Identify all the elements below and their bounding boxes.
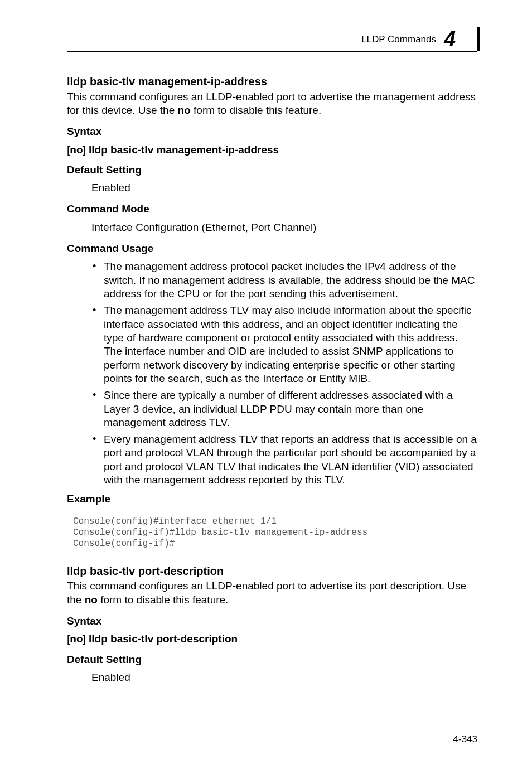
chapter-bar xyxy=(477,27,480,51)
syntax-bracket-close: ] xyxy=(83,633,89,645)
cmd1-example-label: Example xyxy=(67,492,477,506)
list-item: The management address protocol packet i… xyxy=(91,260,477,301)
cmd2-default-value: Enabled xyxy=(91,671,477,684)
syntax-cmd: lldp basic-tlv port-description xyxy=(89,633,238,645)
header-section-title: LLDP Commands xyxy=(361,34,436,45)
cmd1-mode-label: Command Mode xyxy=(67,202,477,216)
header-underline xyxy=(67,51,477,52)
cmd2-desc-post: form to disable this feature. xyxy=(98,594,228,606)
page-number: 4-343 xyxy=(453,734,477,745)
cmd2-description: This command configures an LLDP-enabled … xyxy=(67,579,477,607)
syntax-bracket-close: ] xyxy=(83,144,89,156)
list-item: Since there are typically a number of di… xyxy=(91,389,477,429)
syntax-no: no xyxy=(70,633,83,645)
cmd2-desc-bold: no xyxy=(85,594,98,606)
cmd1-desc-bold: no xyxy=(178,104,191,116)
cmd1-title: lldp basic-tlv management-ip-address xyxy=(67,75,477,89)
cmd1-usage-label: Command Usage xyxy=(67,242,477,255)
cmd1-syntax-label: Syntax xyxy=(67,125,477,138)
chapter-number: 4 xyxy=(444,27,455,51)
syntax-no: no xyxy=(70,144,83,156)
syntax-cmd: lldp basic-tlv management-ip-address xyxy=(89,144,279,156)
page-container: LLDP Commands 4 lldp basic-tlv managemen… xyxy=(0,0,532,774)
cmd1-description: This command configures an LLDP-enabled … xyxy=(67,90,477,118)
cmd1-example-code: Console(config)#interface ethernet 1/1 C… xyxy=(67,511,477,554)
cmd1-mode-value: Interface Configuration (Ethernet, Port … xyxy=(91,221,477,234)
content-area: lldp basic-tlv management-ip-address Thi… xyxy=(67,75,477,684)
cmd1-usage-list: The management address protocol packet i… xyxy=(67,260,477,487)
cmd1-default-label: Default Setting xyxy=(67,163,477,177)
chapter-badge: 4 xyxy=(444,30,477,49)
list-item: The management address TLV may also incl… xyxy=(91,304,477,385)
cmd1-desc-post: form to disable this feature. xyxy=(191,104,321,116)
cmd2-title: lldp basic-tlv port-description xyxy=(67,564,477,579)
cmd1-syntax-line: [no] lldp basic-tlv management-ip-addres… xyxy=(67,143,477,157)
running-header: LLDP Commands 4 xyxy=(361,30,477,49)
cmd2-syntax-line: [no] lldp basic-tlv port-description xyxy=(67,632,477,646)
cmd2-default-label: Default Setting xyxy=(67,653,477,666)
cmd1-default-value: Enabled xyxy=(91,181,477,195)
list-item: Every management address TLV that report… xyxy=(91,433,477,487)
cmd2-syntax-label: Syntax xyxy=(67,615,477,628)
